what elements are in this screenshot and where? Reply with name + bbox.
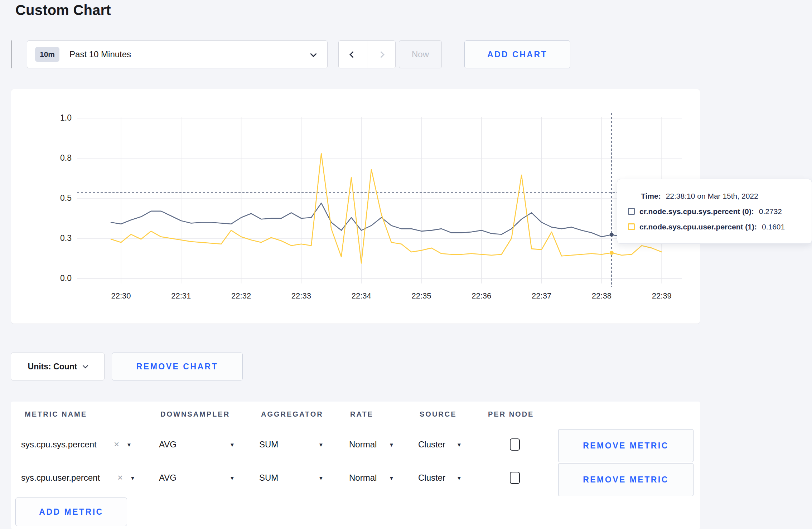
time-range-select[interactable]: 10m Past 10 Minutes [27, 40, 328, 68]
x-axis-tick-label: 22:39 [652, 291, 672, 301]
remove-metric-x-icon[interactable]: × [114, 439, 119, 450]
toolbar-accent-divider [11, 40, 11, 68]
x-axis-tick-label: 22:37 [532, 291, 551, 301]
page-title: Custom Chart [15, 2, 111, 18]
dropdown-caret-icon[interactable]: ▼ [229, 475, 235, 481]
y-axis-tick-label: 1.0 [43, 113, 72, 123]
tooltip-time-row: Time: 22:38:10 on Mar 15th, 2022 [628, 192, 804, 200]
dropdown-caret-icon[interactable]: ▼ [456, 475, 462, 481]
sys-series-swatch-icon [628, 208, 635, 215]
aggregator-value[interactable]: SUM [259, 473, 278, 483]
now-button[interactable]: Now [399, 40, 442, 68]
dropdown-caret-icon[interactable]: ▼ [130, 475, 135, 481]
metric-name-value[interactable]: sys.cpu.sys.percent [21, 440, 97, 450]
tooltip-series-label: cr.node.sys.cpu.user.percent (1): [639, 223, 757, 231]
downsampler-value[interactable]: AVG [159, 473, 177, 483]
source-value[interactable]: Cluster [418, 473, 445, 483]
column-header-source: SOURCE [420, 410, 457, 418]
add-chart-button[interactable]: ADD CHART [464, 40, 570, 68]
column-header-downsampler: DOWNSAMPLER [160, 410, 230, 418]
column-header-rate: RATE [350, 410, 373, 418]
remove-metric-x-icon[interactable]: × [117, 472, 123, 483]
time-back-button[interactable] [339, 41, 367, 68]
dropdown-caret-icon[interactable]: ▼ [389, 475, 394, 481]
dropdown-caret-icon[interactable]: ▼ [318, 442, 324, 448]
units-select[interactable]: Units: Count [11, 353, 105, 380]
dropdown-caret-icon[interactable]: ▼ [318, 475, 324, 481]
dropdown-caret-icon[interactable]: ▼ [389, 442, 394, 448]
user-series-swatch-icon [628, 223, 635, 230]
chart-tooltip: Time: 22:38:10 on Mar 15th, 2022 cr.node… [617, 179, 812, 244]
chevron-down-icon [83, 363, 88, 368]
aggregator-value[interactable]: SUM [259, 440, 278, 450]
rate-value[interactable]: Normal [349, 440, 377, 450]
tooltip-series-row: cr.node.sys.cpu.sys.percent (0): 0.2732 [628, 207, 804, 216]
column-header-metric-name: METRIC NAME [25, 410, 87, 418]
tooltip-series-row: cr.node.sys.cpu.user.percent (1): 0.1601 [628, 223, 804, 231]
tooltip-time-value: 22:38:10 on Mar 15th, 2022 [666, 192, 758, 200]
x-axis-tick-label: 22:38 [592, 291, 612, 301]
tooltip-time-label: Time: [641, 192, 661, 200]
time-pager [338, 40, 396, 68]
tooltip-series-value: 0.1601 [762, 223, 785, 231]
remove-metric-button[interactable]: REMOVE METRIC [558, 463, 693, 496]
units-label: Units: Count [28, 362, 77, 372]
remove-chart-button[interactable]: REMOVE CHART [112, 353, 243, 380]
rate-value[interactable]: Normal [349, 473, 377, 483]
per-node-checkbox[interactable] [510, 438, 520, 451]
x-axis-tick-label: 22:33 [291, 291, 311, 301]
column-header-aggregator: AGGREGATOR [261, 410, 323, 418]
y-axis-tick-label: 0.0 [43, 273, 72, 283]
metrics-table: METRIC NAME DOWNSAMPLER AGGREGATOR RATE … [11, 402, 700, 529]
time-range-label: Past 10 Minutes [69, 49, 131, 59]
remove-metric-button[interactable]: REMOVE METRIC [558, 429, 693, 462]
x-axis-tick-label: 22:30 [111, 291, 131, 301]
time-range-badge: 10m [35, 47, 59, 62]
per-node-checkbox[interactable] [510, 472, 520, 484]
add-metric-button[interactable]: ADD METRIC [15, 498, 127, 526]
y-axis-tick-label: 0.3 [43, 233, 72, 243]
x-axis-tick-label: 22:32 [231, 291, 251, 301]
source-value[interactable]: Cluster [418, 440, 445, 450]
downsampler-value[interactable]: AVG [159, 440, 177, 450]
x-axis-tick-label: 22:36 [472, 291, 491, 301]
x-axis-tick-label: 22:35 [411, 291, 431, 301]
chevron-down-icon [310, 50, 316, 57]
x-axis-tick-label: 22:34 [352, 291, 371, 301]
chevron-left-icon [349, 51, 356, 58]
custom-chart-plot[interactable] [77, 110, 682, 289]
column-header-per-node: PER NODE [488, 410, 534, 418]
dropdown-caret-icon[interactable]: ▼ [126, 442, 132, 448]
custom-chart-page: Custom Chart 10m Past 10 Minutes Now ADD… [0, 0, 812, 529]
dropdown-caret-icon[interactable]: ▼ [229, 442, 235, 448]
x-axis-tick-label: 22:31 [171, 291, 191, 301]
tooltip-series-label: cr.node.sys.cpu.sys.percent (0): [639, 207, 754, 216]
tooltip-series-value: 0.2732 [759, 207, 782, 216]
y-axis-tick-label: 0.8 [43, 153, 72, 163]
chevron-right-icon [378, 51, 385, 58]
metric-name-value[interactable]: sys.cpu.user.percent [21, 473, 100, 483]
y-axis-tick-label: 0.5 [43, 193, 72, 203]
dropdown-caret-icon[interactable]: ▼ [456, 442, 462, 448]
time-forward-button[interactable] [367, 41, 396, 68]
